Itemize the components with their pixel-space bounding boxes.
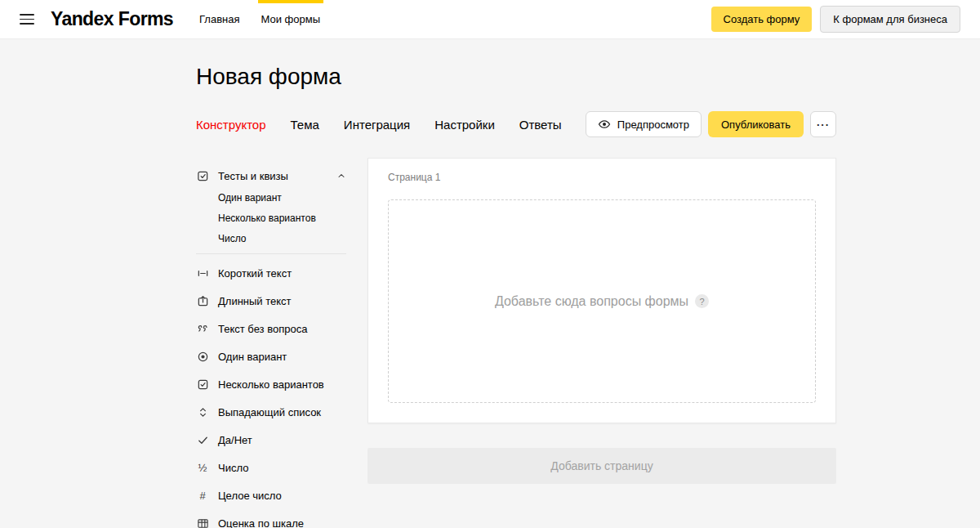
scale-icon: [196, 517, 209, 528]
sidebar-item-multi-choice[interactable]: Несколько вариантов: [196, 370, 368, 398]
form-page-card: Страница 1 Добавьте сюда вопросы формы ?: [368, 158, 836, 423]
sidebar-item-label: Один вариант: [218, 351, 287, 363]
main-content: Новая форма Конструктор Тема Интеграция …: [196, 64, 836, 528]
nav-item-main[interactable]: Главная: [198, 0, 241, 39]
sidebar-item-label: Да/Нет: [218, 434, 252, 446]
preview-button-label: Предпросмотр: [617, 119, 689, 131]
short-text-icon: [196, 266, 209, 280]
sidebar-subitem-number[interactable]: Число: [196, 228, 368, 248]
create-form-button[interactable]: Создать форму: [711, 7, 813, 32]
sidebar-item-label: Выпадающий список: [218, 406, 321, 418]
sidebar-item-label: Число: [218, 462, 248, 474]
form-actions: Предпросмотр Опубликовать ···: [586, 111, 836, 137]
tab-constructor[interactable]: Конструктор: [196, 118, 266, 132]
sidebar-item-yes-no[interactable]: Да/Нет: [196, 426, 368, 454]
preview-button[interactable]: Предпросмотр: [586, 111, 702, 137]
publish-button[interactable]: Опубликовать: [708, 111, 804, 137]
sidebar-group-children: Один вариант Несколько вариантов Число: [196, 187, 368, 248]
tab-theme[interactable]: Тема: [291, 118, 319, 132]
sidebar-group-label: Тесты и квизы: [218, 170, 288, 182]
page-label: Страница 1: [388, 172, 816, 183]
dropdown-icon: [196, 405, 209, 418]
hash-icon: #: [196, 489, 209, 502]
menu-icon[interactable]: [20, 14, 34, 25]
top-header: Yandex Forms Главная Мои формы Создать ф…: [0, 0, 980, 39]
more-actions-button[interactable]: ···: [810, 111, 836, 137]
sidebar-group-quizzes[interactable]: Тесты и квизы: [196, 164, 346, 187]
sidebar-item-label: Целое число: [218, 490, 282, 502]
help-icon[interactable]: ?: [695, 294, 709, 308]
long-text-icon: [196, 294, 209, 307]
questions-dropzone[interactable]: Добавьте сюда вопросы формы ?: [388, 199, 816, 403]
sidebar-item-short-text[interactable]: Короткий текст: [196, 259, 368, 287]
tab-settings[interactable]: Настройки: [434, 118, 495, 132]
fraction-icon: ½: [196, 461, 209, 474]
sidebar-item-dropdown[interactable]: Выпадающий список: [196, 398, 368, 426]
check-icon: [196, 433, 209, 446]
quiz-icon: [196, 169, 209, 182]
quote-icon: [196, 322, 209, 335]
nav-item-my-forms[interactable]: Мои формы: [260, 0, 323, 39]
header-nav: Главная Мои формы: [198, 0, 340, 39]
tab-integration[interactable]: Интеграция: [344, 118, 410, 132]
add-page-button[interactable]: Добавить страницу: [368, 448, 836, 484]
sidebar-item-scale-rating[interactable]: Оценка по шкале: [196, 509, 368, 528]
tabs-row: Конструктор Тема Интеграция Настройки От…: [196, 111, 836, 137]
checkbox-icon: [196, 378, 209, 391]
sidebar-item-text-no-question[interactable]: Текст без вопроса: [196, 315, 368, 342]
form-canvas-column: Страница 1 Добавьте сюда вопросы формы ?…: [368, 158, 836, 484]
tab-answers[interactable]: Ответы: [519, 118, 562, 132]
sidebar-divider: [196, 253, 346, 254]
business-forms-button[interactable]: К формам для бизнеса: [820, 6, 960, 33]
logo[interactable]: Yandex Forms: [51, 8, 173, 30]
sidebar-item-label: Короткий текст: [218, 267, 292, 280]
sidebar-subitem-single-choice[interactable]: Один вариант: [196, 187, 368, 208]
page-title: Новая форма: [196, 64, 836, 90]
eye-icon: [598, 118, 611, 131]
sidebar-item-label: Несколько вариантов: [218, 378, 324, 391]
sidebar-item-single-choice[interactable]: Один вариант: [196, 342, 368, 370]
chevron-up-icon: [336, 171, 346, 181]
sidebar-subitem-multi-choice[interactable]: Несколько вариантов: [196, 208, 368, 228]
sidebar-item-label: Длинный текст: [218, 295, 292, 307]
radio-icon: [196, 350, 209, 363]
nav-item-label: Мои формы: [261, 13, 321, 25]
tabs: Конструктор Тема Интеграция Настройки От…: [196, 118, 562, 132]
sidebar-item-label: Текст без вопроса: [218, 323, 307, 335]
sidebar-item-label: Оценка по шкале: [218, 517, 304, 528]
sidebar-item-integer[interactable]: # Целое число: [196, 481, 368, 509]
dropzone-placeholder: Добавьте сюда вопросы формы: [495, 294, 688, 309]
form-builder: Тесты и квизы Один вариант Несколько вар…: [196, 158, 836, 528]
sidebar-item-long-text[interactable]: Длинный текст: [196, 287, 368, 315]
yandex-forms-app: Yandex Forms Главная Мои формы Создать ф…: [0, 0, 980, 528]
question-types-sidebar: Тесты и квизы Один вариант Несколько вар…: [196, 158, 368, 528]
nav-item-label: Главная: [199, 13, 239, 25]
sidebar-item-number[interactable]: ½ Число: [196, 454, 368, 481]
